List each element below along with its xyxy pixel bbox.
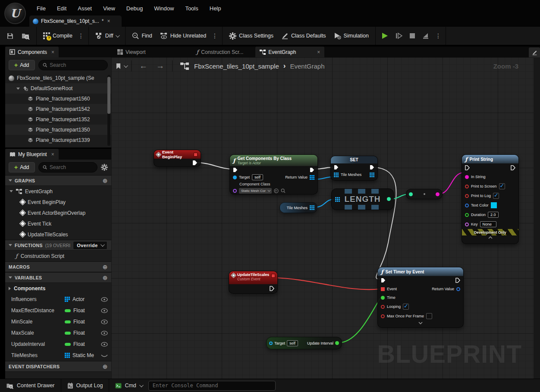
play-button[interactable] [378, 28, 391, 43]
my-blueprint-search-input[interactable] [50, 164, 93, 170]
add-variable-icon[interactable]: ⊕ [103, 274, 108, 281]
components-add-button[interactable]: + Add [9, 60, 35, 70]
variables-section-header[interactable]: VARIABLES ⊕ [5, 272, 111, 283]
collapse-arrow-icon[interactable] [9, 190, 13, 192]
print-to-log-checkbox[interactable] [493, 193, 499, 199]
eye-icon[interactable] [101, 308, 108, 313]
node-print-string[interactable]: ƒ Print String In String Print to Screen… [462, 154, 519, 244]
tab-viewport[interactable]: Viewport [113, 47, 150, 57]
graphs-section-header[interactable]: GRAPHS ⊕ [5, 175, 111, 186]
components-category-row[interactable]: Components [5, 283, 111, 294]
eye-icon[interactable] [101, 342, 108, 347]
text-color-pin[interactable] [465, 204, 469, 207]
collapse-chevron-icon[interactable] [488, 236, 493, 239]
looping-checkbox[interactable] [403, 304, 409, 310]
console-command-input[interactable] [148, 381, 276, 391]
tab-close-icon[interactable]: × [107, 18, 110, 24]
exec-in-pin[interactable] [334, 165, 339, 170]
target-value-field[interactable]: self [252, 174, 263, 180]
bookmark-chevron-icon[interactable] [124, 63, 128, 68]
menu-file[interactable]: File [31, 3, 51, 15]
my-blueprint-search[interactable] [38, 162, 97, 172]
browse-button[interactable] [18, 28, 34, 43]
expand-arrow-icon[interactable] [16, 88, 20, 90]
exec-in-pin[interactable] [465, 165, 470, 170]
variable-row[interactable]: UpdateInterval Float [5, 339, 111, 350]
compile-options-kebab-icon[interactable]: ⋮ [76, 32, 86, 39]
looping-pin[interactable] [381, 305, 385, 309]
variable-row[interactable]: MinScale Float [5, 316, 111, 327]
target-pin[interactable] [269, 342, 273, 345]
tab-my-blueprint[interactable]: My Blueprint × [5, 149, 59, 160]
duration-field[interactable]: 2.0 [488, 212, 499, 218]
event-row[interactable]: Event BeginPlay [5, 197, 111, 207]
menu-tools[interactable]: Tools [179, 3, 204, 15]
expand-arrow-icon[interactable] [9, 287, 11, 290]
tree-row-scene-root[interactable]: DefaultSceneRoot [5, 83, 111, 94]
components-tab-close-icon[interactable]: × [51, 49, 54, 55]
my-blueprint-tab-close-icon[interactable]: × [51, 151, 54, 157]
tree-row-mesh[interactable]: Plane_fracturepart1542 [5, 104, 111, 114]
eye-icon[interactable] [101, 297, 108, 302]
event-row[interactable]: Event Tick [5, 218, 111, 229]
save-button[interactable] [3, 28, 18, 43]
node-set-timer-by-event[interactable]: ƒ Set Timer by Event Event Return Value … [377, 267, 464, 328]
variable-row[interactable]: MaxScale Float [5, 327, 111, 339]
eye-icon[interactable] [101, 331, 108, 336]
node-int-to-string[interactable] [406, 189, 443, 199]
corner-edit-tab[interactable] [529, 47, 540, 57]
breadcrumb-current[interactable]: EventGraph [290, 63, 324, 70]
bookmark-icon[interactable] [116, 63, 121, 69]
time-pin[interactable] [381, 296, 385, 300]
max-once-checkbox[interactable] [426, 313, 432, 319]
simulation-button[interactable]: Simulation [330, 28, 373, 43]
print-to-screen-checkbox[interactable] [499, 183, 505, 189]
graph-canvas[interactable]: BLUEPRINT ← → FbxScene_tiles_10pt_sample… [111, 57, 540, 379]
exec-out-pin[interactable] [192, 160, 198, 166]
menu-edit[interactable]: Edit [51, 3, 72, 15]
add-dispatcher-icon[interactable]: ⊕ [103, 363, 108, 370]
expand-chevron-icon[interactable] [418, 322, 423, 324]
macros-section-header[interactable]: MACROS ⊕ [5, 261, 111, 272]
variable-row[interactable]: MaxEffectDistance Float [5, 305, 111, 316]
print-to-log-pin[interactable] [465, 194, 469, 198]
tree-row-mesh[interactable]: Plane_fracturepart1350 [5, 125, 111, 135]
update-interval-out-pin[interactable] [335, 341, 339, 345]
scrollbar-thumb[interactable] [107, 77, 110, 114]
forward-arrow-icon[interactable]: → [153, 61, 168, 71]
menu-help[interactable]: Help [204, 3, 227, 15]
menu-window[interactable]: Window [148, 3, 179, 15]
target-value-field[interactable]: self [287, 340, 298, 346]
asset-window-tab[interactable]: FbxScene_tiles_10pt_s... * × [29, 16, 122, 27]
tile-meshes-in-pin[interactable] [334, 172, 339, 177]
eye-closed-icon[interactable] [101, 353, 108, 358]
output-log-button[interactable]: Output Log [61, 379, 109, 392]
override-dropdown[interactable]: Override [73, 241, 107, 250]
exec-out-pin[interactable] [511, 165, 515, 170]
compile-button[interactable]: ? Compile [39, 28, 76, 43]
add-macro-icon[interactable]: ⊕ [103, 263, 108, 270]
variable-row[interactable]: TileMeshes Static Me [5, 350, 111, 361]
print-to-screen-pin[interactable] [465, 185, 469, 188]
return-value-pin[interactable] [310, 175, 314, 180]
menu-debug[interactable]: Debug [121, 3, 148, 15]
node-set-tile-meshes[interactable]: SET Tile Meshes [330, 156, 378, 181]
add-graph-icon[interactable]: ⊕ [103, 177, 108, 184]
play-options-kebab-icon[interactable]: ⋮ [433, 32, 443, 39]
event-pin[interactable] [381, 287, 385, 291]
exec-out-pin[interactable] [270, 286, 274, 291]
browse-icon[interactable] [281, 188, 286, 193]
node-get-update-interval[interactable]: Target self Update Interval [266, 337, 342, 349]
return-value-pin[interactable] [456, 287, 460, 291]
eject-button[interactable] [420, 28, 432, 43]
use-selected-icon[interactable] [274, 188, 279, 193]
hide-unrelated-kebab-icon[interactable]: ⋮ [210, 32, 220, 39]
tree-row-mesh[interactable]: Plane_fracturepart1339 [5, 135, 111, 145]
tile-meshes-out-pin[interactable] [370, 172, 374, 177]
exec-out-pin[interactable] [310, 167, 314, 172]
node-array-length[interactable]: LENGTH [331, 188, 394, 210]
find-button[interactable]: Find [128, 28, 156, 43]
tree-row-mesh[interactable]: Plane_fracturepart1352 [5, 114, 111, 125]
content-drawer-button[interactable]: Content Drawer [0, 379, 61, 392]
key-pin[interactable] [465, 223, 469, 226]
